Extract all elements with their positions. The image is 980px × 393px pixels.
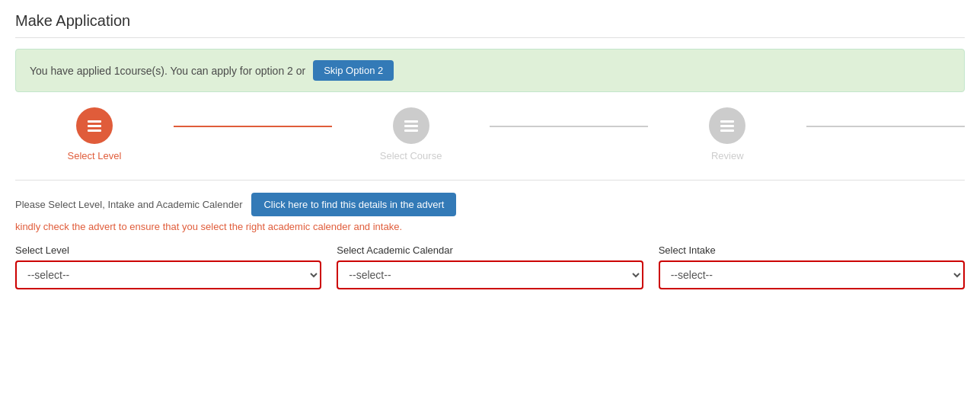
fields-row: Select Level --select-- Select Academic … (15, 244, 965, 289)
academic-calendar-label: Select Academic Calendar (337, 244, 643, 256)
step-connector-1 (174, 126, 332, 127)
step-label-3: Review (711, 150, 744, 161)
stepper: Select Level Select Course Review (15, 107, 965, 161)
step-label-1: Select Level (68, 150, 122, 161)
intake-select[interactable]: --select-- (659, 260, 965, 289)
step-connector-2 (490, 126, 648, 127)
intake-label: Select Intake (659, 244, 965, 256)
instruction-row: Please Select Level, Intake and Academic… (15, 193, 965, 216)
step-circle-2 (393, 107, 429, 144)
list-icon-3 (720, 120, 734, 132)
level-field-group: Select Level --select-- (15, 244, 321, 289)
level-label: Select Level (15, 244, 321, 256)
academic-calendar-select[interactable]: --select-- (337, 260, 643, 289)
step-label-2: Select Course (380, 150, 442, 161)
level-select[interactable]: --select-- (15, 260, 321, 289)
step-circle-3 (709, 107, 745, 144)
instruction-text: Please Select Level, Intake and Academic… (15, 199, 242, 210)
intake-field-group: Select Intake --select-- (659, 244, 965, 289)
skip-option2-button[interactable]: Skip Option 2 (313, 60, 394, 81)
section-divider (15, 180, 965, 181)
page-title: Make Application (15, 12, 965, 38)
step-select-course: Select Course (332, 107, 490, 161)
academic-calendar-field-group: Select Academic Calendar --select-- (337, 244, 643, 289)
advert-details-button[interactable]: Click here to find this details in the a… (251, 193, 456, 216)
step-select-level: Select Level (15, 107, 174, 161)
step-connector-3 (806, 126, 965, 127)
step-circle-1 (76, 107, 113, 144)
list-icon-2 (404, 120, 418, 132)
alert-message: You have applied 1course(s). You can app… (30, 65, 305, 77)
step-review: Review (648, 107, 806, 161)
warning-text: kindly check the advert to ensure that y… (15, 221, 965, 232)
list-icon-1 (88, 120, 101, 132)
alert-box: You have applied 1course(s). You can app… (15, 49, 965, 92)
